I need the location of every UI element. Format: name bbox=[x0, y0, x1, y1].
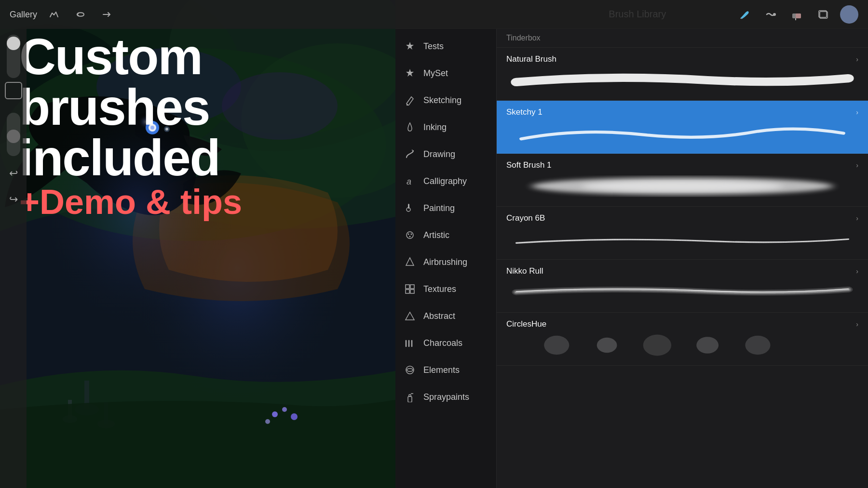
cat-label-myset: MySet bbox=[423, 68, 448, 79]
gallery-button[interactable]: Gallery bbox=[10, 10, 37, 20]
svg-rect-40 bbox=[410, 285, 414, 289]
cat-label-tests: Tests bbox=[423, 41, 444, 52]
brush-item-header-natural-brush: Natural Brush › bbox=[506, 54, 858, 64]
brush-chevron-crayon-6b: › bbox=[856, 214, 858, 222]
category-item-spraypaints[interactable]: Spraypaints bbox=[395, 383, 496, 410]
color-square[interactable] bbox=[5, 82, 22, 99]
svg-point-52 bbox=[582, 181, 783, 192]
cat-icon-abstract bbox=[403, 309, 417, 323]
panel-content: Tests MySet Sketching Inking Drawing a C… bbox=[395, 29, 868, 488]
svg-rect-28 bbox=[796, 13, 801, 18]
eraser-icon[interactable] bbox=[788, 6, 805, 23]
svg-point-37 bbox=[409, 236, 411, 237]
category-item-drawing[interactable]: Drawing bbox=[395, 141, 496, 168]
left-sidebar: ↩ ↪ bbox=[0, 29, 27, 488]
category-item-textures[interactable]: Textures bbox=[395, 276, 496, 303]
brush-item-header-sketchy-1: Sketchy 1 › bbox=[506, 107, 858, 117]
category-item-inking[interactable]: Inking bbox=[395, 114, 496, 141]
svg-rect-49 bbox=[409, 395, 411, 396]
svg-rect-39 bbox=[406, 285, 409, 289]
svg-rect-41 bbox=[406, 290, 409, 293]
brush-item-sketchy-1[interactable]: Sketchy 1 › bbox=[497, 101, 868, 154]
brush-library-panel: Brush Library + Tests MySet Sketching In… bbox=[395, 0, 868, 488]
category-sidebar: Tests MySet Sketching Inking Drawing a C… bbox=[395, 29, 497, 488]
brush-item-header-circles-hue: CirclesHue › bbox=[506, 319, 858, 329]
brush-size-slider[interactable] bbox=[7, 35, 20, 78]
brush-name-circles-hue: CirclesHue bbox=[506, 319, 546, 329]
svg-marker-38 bbox=[406, 258, 414, 265]
brush-list: Tinderbox Natural Brush › Sketchy 1 › So… bbox=[497, 29, 868, 488]
category-item-artistic[interactable]: Artistic bbox=[395, 222, 496, 249]
category-item-charcoals[interactable]: Charcoals bbox=[395, 330, 496, 356]
brush-preview-soft-brush-1 bbox=[506, 173, 858, 199]
cat-icon-calligraphy: a bbox=[403, 174, 417, 188]
brush-size-thumb bbox=[7, 37, 20, 50]
cat-icon-textures bbox=[403, 282, 417, 296]
brush-item-nikko-rull[interactable]: Nikko Rull › bbox=[497, 260, 868, 313]
main-title: Custom brushes included bbox=[19, 31, 395, 183]
svg-rect-33 bbox=[408, 204, 409, 209]
tool-button-3[interactable] bbox=[98, 6, 115, 23]
svg-rect-48 bbox=[408, 396, 412, 402]
svg-marker-43 bbox=[406, 312, 414, 320]
svg-point-57 bbox=[745, 336, 770, 355]
tool-button-2[interactable] bbox=[72, 6, 89, 23]
avatar[interactable] bbox=[840, 5, 858, 24]
brush-icon[interactable] bbox=[736, 6, 753, 23]
toolbar-right bbox=[736, 5, 858, 24]
category-item-painting[interactable]: Painting bbox=[395, 195, 496, 222]
cat-label-spraypaints: Spraypaints bbox=[423, 392, 469, 402]
tool-button-1[interactable] bbox=[46, 6, 63, 23]
redo-button[interactable]: ↪ bbox=[5, 191, 22, 208]
cat-icon-tests bbox=[403, 40, 417, 53]
cat-icon-myset bbox=[403, 66, 417, 80]
category-item-sketching[interactable]: Sketching bbox=[395, 87, 496, 114]
brush-item-soft-brush-1[interactable]: Soft Brush 1 › bbox=[497, 154, 868, 207]
category-item-myset[interactable]: MySet bbox=[395, 60, 496, 87]
opacity-slider[interactable] bbox=[7, 113, 20, 156]
opacity-thumb bbox=[7, 130, 20, 143]
cat-label-calligraphy: Calligraphy bbox=[423, 176, 467, 186]
svg-point-54 bbox=[597, 338, 617, 353]
svg-point-56 bbox=[696, 337, 719, 354]
category-item-tests[interactable]: Tests bbox=[395, 33, 496, 60]
smudge-icon[interactable] bbox=[762, 6, 779, 23]
cat-icon-drawing bbox=[403, 147, 417, 161]
svg-text:a: a bbox=[407, 177, 411, 186]
category-item-abstract[interactable]: Abstract bbox=[395, 303, 496, 330]
category-item-elements[interactable]: Elements bbox=[395, 356, 496, 383]
cat-label-artistic: Artistic bbox=[423, 230, 449, 240]
cat-label-painting: Painting bbox=[423, 203, 455, 213]
svg-point-55 bbox=[643, 335, 671, 356]
brush-preview-natural-brush bbox=[506, 67, 858, 93]
brush-name-nikko-rull: Nikko Rull bbox=[506, 266, 543, 276]
cat-icon-charcoals bbox=[403, 336, 417, 350]
svg-rect-42 bbox=[410, 290, 414, 293]
svg-point-53 bbox=[544, 336, 569, 355]
category-item-calligraphy[interactable]: a Calligraphy bbox=[395, 168, 496, 195]
cat-icon-artistic bbox=[403, 228, 417, 242]
cat-label-charcoals: Charcoals bbox=[423, 338, 462, 348]
layers-icon[interactable] bbox=[814, 6, 831, 23]
cat-icon-inking bbox=[403, 120, 417, 134]
cat-label-abstract: Abstract bbox=[423, 311, 455, 321]
brush-item-header-soft-brush-1: Soft Brush 1 › bbox=[506, 160, 858, 170]
brush-chevron-soft-brush-1: › bbox=[856, 161, 858, 169]
cat-label-textures: Textures bbox=[423, 284, 456, 294]
svg-point-34 bbox=[407, 232, 413, 238]
category-item-airbrushing[interactable]: Airbrushing bbox=[395, 249, 496, 276]
undo-button[interactable]: ↩ bbox=[5, 165, 22, 182]
brush-name-natural-brush: Natural Brush bbox=[506, 54, 556, 64]
brush-name-crayon-6b: Crayon 6B bbox=[506, 213, 545, 223]
brush-item-circles-hue[interactable]: CirclesHue › bbox=[497, 313, 868, 366]
brush-preview-sketchy-1 bbox=[506, 120, 858, 146]
brush-item-natural-brush[interactable]: Natural Brush › bbox=[497, 48, 868, 101]
brush-item-header-crayon-6b: Crayon 6B › bbox=[506, 213, 858, 223]
brush-item-header-nikko-rull: Nikko Rull › bbox=[506, 266, 858, 276]
svg-point-35 bbox=[408, 234, 409, 235]
brush-preview-crayon-6b bbox=[506, 226, 858, 252]
cat-icon-elements bbox=[403, 363, 417, 377]
cat-icon-spraypaints bbox=[403, 390, 417, 404]
brush-chevron-natural-brush: › bbox=[856, 55, 858, 63]
brush-item-crayon-6b[interactable]: Crayon 6B › bbox=[497, 207, 868, 260]
